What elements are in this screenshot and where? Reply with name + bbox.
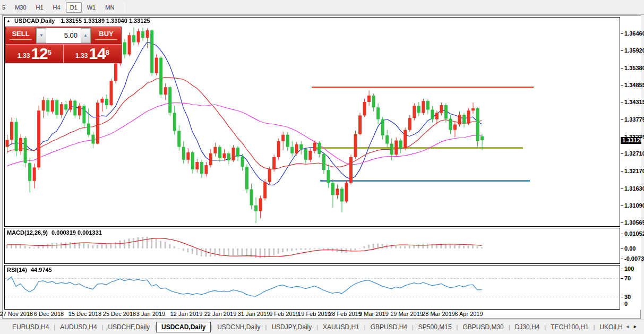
buy-button-label: BUY	[99, 30, 113, 38]
volume-spinner: ▼ 5.00 ▲	[36, 28, 91, 44]
rsi-pane: RSI(14) 44.9745	[4, 265, 620, 310]
date-axis-label: 19 Feb 2019	[298, 311, 331, 317]
volume-decrease-button[interactable]: ▼	[37, 28, 46, 43]
price-tick-label: 1.31090	[624, 202, 644, 209]
period-button-d1[interactable]: D1	[66, 2, 82, 13]
buy-price-small: 1.33	[75, 50, 88, 61]
toolbar-separator	[124, 2, 124, 13]
volume-increase-button[interactable]: ▲	[81, 28, 90, 43]
collapse-triangle-icon[interactable]: ▲	[6, 19, 11, 23]
buy-button[interactable]: BUY	[91, 27, 121, 44]
price-tick-label: 1.34315	[624, 99, 644, 105]
date-axis-label: 19 Mar 2019	[390, 311, 423, 317]
macd-tick-label: 0.00	[624, 245, 636, 252]
date-axis-label: 31 Jan 2019	[238, 311, 270, 317]
date-axis-label: 28 Feb 2019	[329, 311, 362, 317]
period-button-h1[interactable]: H1	[32, 2, 48, 13]
date-axis-label: 6 Dec 2018	[34, 311, 64, 317]
price-tick-label: 1.36460	[624, 30, 644, 37]
rsi-chart-canvas[interactable]	[5, 266, 620, 309]
tab-gbpusd-h4[interactable]: GBPUSD,H4	[366, 322, 412, 332]
date-axis-label: 15 Dec 2018	[68, 311, 101, 317]
chart-ohlc-quotes: 1.33155 1.33189 1.33040 1.33125	[61, 18, 150, 24]
price-tick-label: 1.30565	[624, 219, 644, 226]
buy-price-big: 14	[89, 46, 105, 61]
date-axis-label: 22 Jan 2019	[204, 311, 237, 317]
tab-usdcad-daily[interactable]: USDCAD,Daily	[156, 322, 211, 332]
tab-scroll-left-icon[interactable]: ◄	[625, 324, 633, 329]
price-tick-label: 1.34855	[624, 82, 644, 88]
one-click-trading-panel: SELL ▼ 5.00 ▲ BUY 1.33 12 5 1.33 14	[5, 27, 122, 63]
price-tick-label: 1.32710	[624, 150, 644, 157]
date-axis-label: 3 Jan 2019	[136, 311, 165, 317]
tab-scroll-arrows: ◄►	[625, 324, 641, 329]
chart-window: ▲ USDCAD,Daily 1.33155 1.33189 1.33040 1…	[2, 15, 641, 319]
macd-values: 0.000319 0.001331	[51, 229, 102, 236]
sell-price-small: 1.33	[18, 50, 30, 61]
tab-eurusd-h4[interactable]: EURUSD,H4	[7, 322, 54, 332]
macd-tick-label: 0.010525	[624, 230, 644, 237]
period-button-5[interactable]: 5	[0, 2, 10, 13]
macd-pane: MACD(12,26,9) 0.000319 0.001331	[4, 228, 620, 264]
volume-input[interactable]: 5.00	[46, 28, 81, 43]
macd-tick-label: -0.0073	[624, 255, 644, 262]
rsi-tick-label: 70	[624, 275, 631, 281]
date-axis-label: 6 Apr 2019	[454, 311, 483, 317]
tab-audusd-h4[interactable]: AUDUSD,H4	[55, 322, 101, 332]
sell-price-sup: 5	[48, 45, 51, 61]
rsi-tick-label: 100	[624, 266, 634, 272]
tab-sp500-m15[interactable]: SP500,M15	[414, 322, 457, 332]
tab-scroll-right-icon[interactable]: ►	[633, 324, 641, 329]
period-button-mn[interactable]: MN	[101, 2, 118, 13]
rsi-tick-label: 30	[624, 294, 631, 300]
price-axis[interactable]: 1.364601.359201.353801.348551.343151.337…	[620, 16, 641, 310]
sell-button[interactable]: SELL	[6, 27, 36, 44]
macd-label: MACD(12,26,9) 0.000319 0.001331	[7, 229, 102, 236]
tab-gbpusd-m30[interactable]: GBPUSD,M30	[458, 322, 508, 332]
tab-ukoil-h[interactable]: UKOil,H	[595, 322, 627, 332]
rsi-tick-label: 0	[624, 301, 628, 307]
date-axis-label: 9 Mar 2019	[359, 311, 389, 317]
price-tick-label: 1.35380	[624, 65, 644, 71]
tab-usdchf-daily[interactable]: USDCHF,Daily	[103, 322, 154, 332]
price-tick-label: 1.31630	[624, 185, 644, 192]
tab-usdcnh-daily[interactable]: USDCNH,Daily	[212, 322, 265, 332]
sell-quote-box[interactable]: 1.33 12 5	[6, 45, 64, 63]
buy-quote-box[interactable]: 1.33 14 8	[64, 45, 121, 63]
sell-price-big: 12	[31, 46, 47, 61]
period-button-w1[interactable]: W1	[83, 2, 100, 13]
current-price-badge: 1.33125	[621, 137, 641, 144]
period-button-h4[interactable]: H4	[49, 2, 65, 13]
price-tick-label: 1.32170	[624, 168, 644, 174]
tab-xauusd-h1[interactable]: XAUUSD,H1	[318, 322, 364, 332]
tab-tech100-h1[interactable]: TECH100,H1	[546, 322, 593, 332]
chart-title: ▲ USDCAD,Daily 1.33155 1.33189 1.33040 1…	[6, 18, 150, 24]
date-axis[interactable]: 27 Nov 20186 Dec 201815 Dec 201825 Dec 2…	[3, 311, 619, 319]
buy-price-sup: 8	[106, 45, 109, 61]
date-axis-label: 9 Feb 2019	[269, 311, 299, 317]
period-toolbar: 5M30H1H4D1W1MN	[0, 0, 644, 15]
rsi-value: 44.9745	[31, 267, 52, 273]
rsi-label: RSI(14) 44.9745	[7, 267, 52, 273]
chart-tabbar: EURUSD,H4|AUDUSD,H4|USDCHF,Daily|USDCAD,…	[0, 320, 644, 334]
tab-usdjpy-daily[interactable]: USDJPY,Daily	[267, 322, 316, 332]
price-tick-label: 1.35920	[624, 47, 644, 54]
sell-button-label: SELL	[12, 30, 29, 38]
date-axis-label: 27 Nov 2018	[0, 311, 33, 317]
period-button-m30[interactable]: M30	[11, 2, 30, 13]
price-tick-label: 1.33775	[624, 116, 644, 123]
date-axis-label: 12 Jan 2019	[170, 311, 203, 317]
date-axis-label: 28 Mar 2019	[422, 311, 455, 317]
chart-symbol-period: USDCAD,Daily	[14, 18, 55, 24]
date-axis-label: 25 Dec 2018	[103, 311, 136, 317]
tab-dj30-h4[interactable]: DJ30,H4	[510, 322, 545, 332]
